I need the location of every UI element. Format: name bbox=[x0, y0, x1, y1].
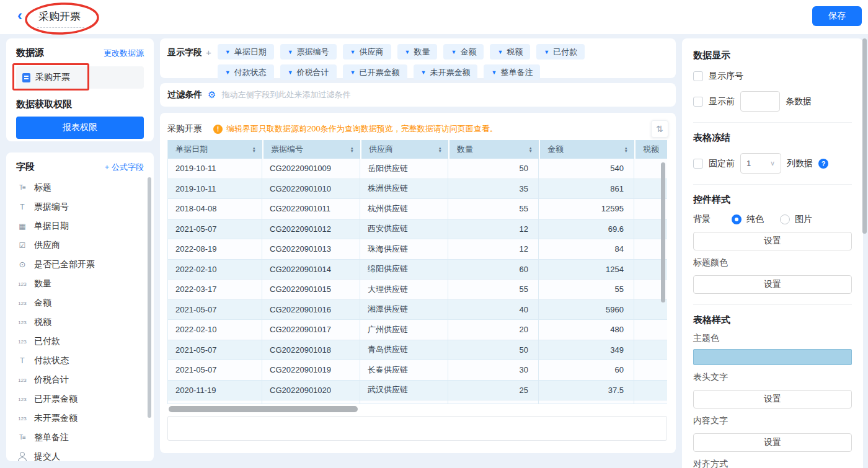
cell-quantity: 50 bbox=[448, 159, 539, 179]
report-permission-button[interactable]: 报表权限 bbox=[16, 117, 144, 139]
field-label: 票据编号 bbox=[34, 201, 69, 213]
cell-supplier: 杭州供应链 bbox=[360, 199, 448, 219]
display-field-chip[interactable]: ▼ 价税合计 bbox=[280, 64, 337, 80]
column-sort-icon[interactable] bbox=[350, 146, 354, 153]
table-horizontal-scrollbar[interactable] bbox=[169, 406, 358, 412]
chevron-down-icon: ▼ bbox=[491, 69, 497, 76]
display-field-chip[interactable]: ▼ 数量 bbox=[397, 44, 438, 60]
chevron-down-icon: ▼ bbox=[544, 49, 549, 55]
field-item[interactable]: 供应商 bbox=[16, 236, 144, 255]
field-item[interactable]: 税额 bbox=[16, 312, 144, 332]
cell-doc-date: 2021-05-07 bbox=[168, 340, 262, 361]
table-column-header[interactable]: 金额 bbox=[539, 140, 634, 159]
table-column-header[interactable]: 税额 bbox=[634, 140, 667, 159]
cell-amount: 540 bbox=[539, 159, 634, 179]
background-label: 背景 bbox=[693, 214, 732, 225]
add-formula-field-link[interactable]: + 公式字段 bbox=[105, 162, 144, 173]
cell-amount: 1254 bbox=[539, 260, 634, 280]
theme-color-label: 主题色 bbox=[693, 333, 852, 344]
display-field-chips: ▼ 单据日期 ▼ 票据编号 ▼ 供应商 ▼ 数量 bbox=[218, 44, 614, 73]
display-field-chip[interactable]: ▼ 付款状态 bbox=[218, 64, 274, 80]
cell-quantity: 40 bbox=[448, 300, 539, 320]
field-item[interactable]: 已开票金额 bbox=[16, 389, 144, 408]
column-sort-icon[interactable] bbox=[624, 146, 628, 153]
display-field-chip[interactable]: ▼ 税额 bbox=[490, 44, 530, 60]
background-set-button[interactable]: 设置 bbox=[693, 232, 852, 250]
add-display-field-icon[interactable]: + bbox=[206, 47, 211, 73]
table-column-header[interactable]: 数量 bbox=[448, 140, 539, 159]
chip-label: 整单备注 bbox=[500, 67, 533, 78]
table-vertical-scrollbar[interactable] bbox=[661, 162, 665, 302]
cell-supplier: 绵阳供应链 bbox=[360, 260, 448, 280]
field-item[interactable]: 未开票金额 bbox=[16, 408, 144, 428]
show-first-count-input[interactable] bbox=[740, 91, 780, 112]
fields-scrollbar[interactable] bbox=[148, 177, 151, 418]
show-first-unit: 条数据 bbox=[786, 96, 812, 107]
cell-quantity: 55 bbox=[448, 280, 539, 300]
field-item[interactable]: 提交人 bbox=[16, 447, 144, 461]
column-sort-icon[interactable] bbox=[252, 146, 256, 153]
field-type-icon bbox=[16, 280, 29, 288]
field-list: 标题 票据编号 单据日期 供应商 bbox=[16, 178, 144, 461]
field-item[interactable]: 是否已全部开票 bbox=[16, 255, 144, 274]
table-column-header[interactable]: 单据日期 bbox=[168, 140, 262, 159]
display-field-chip[interactable]: ▼ 已付款 bbox=[536, 44, 585, 60]
field-item[interactable]: 金额 bbox=[16, 293, 144, 312]
cell-supplier: 长春供应链 bbox=[360, 360, 448, 381]
field-item[interactable]: 已付款 bbox=[16, 332, 144, 351]
display-field-chip[interactable]: ▼ 整单备注 bbox=[484, 64, 540, 80]
settings-panel-scrollbar[interactable] bbox=[862, 38, 867, 234]
table-column-header[interactable]: 供应商 bbox=[360, 140, 448, 159]
freeze-count-select[interactable]: 1 ∨ bbox=[740, 153, 781, 174]
display-field-chip[interactable]: ▼ 单据日期 bbox=[218, 44, 274, 60]
warning-icon: ! bbox=[213, 125, 223, 134]
show-index-checkbox[interactable] bbox=[693, 71, 703, 81]
content-text-set-button[interactable]: 设置 bbox=[693, 433, 852, 452]
datasource-item[interactable]: 采购开票 bbox=[16, 66, 144, 89]
title-color-set-button[interactable]: 设置 bbox=[693, 275, 852, 294]
cell-quantity: 25 bbox=[448, 381, 539, 401]
solid-color-radio[interactable] bbox=[732, 214, 742, 224]
table-column-header[interactable]: 票据编号 bbox=[262, 140, 360, 159]
save-button[interactable]: 保存 bbox=[812, 6, 862, 26]
column-sort-icon[interactable] bbox=[529, 146, 533, 153]
preview-warning: ! 编辑界面只取数据源前200条作为查询数据预览，完整数据请访问页面查看。 bbox=[213, 123, 498, 135]
field-item[interactable]: 票据编号 bbox=[16, 197, 144, 216]
table-body: 2019-10-11 CG20220901009 岳阳供应链 50 540 20… bbox=[168, 159, 667, 400]
image-radio[interactable] bbox=[780, 214, 790, 224]
chevron-down-icon: ▼ bbox=[288, 49, 293, 55]
change-datasource-link[interactable]: 更改数据源 bbox=[104, 48, 144, 59]
display-field-chip[interactable]: ▼ 票据编号 bbox=[280, 44, 337, 60]
column-sort-icon[interactable] bbox=[438, 146, 442, 153]
cell-amount: 5960 bbox=[539, 300, 634, 320]
filter-dropzone-placeholder[interactable]: 拖动左侧字段到此处来添加过滤条件 bbox=[221, 89, 350, 100]
show-first-checkbox[interactable] bbox=[693, 97, 703, 107]
field-item[interactable]: 价税合计 bbox=[16, 370, 144, 389]
field-item[interactable]: 数量 bbox=[16, 274, 144, 293]
display-fields-panel: 显示字段 + ▼ 单据日期 ▼ 票据编号 ▼ 供应商 bbox=[160, 38, 676, 78]
page-title[interactable]: 采购开票 bbox=[37, 9, 84, 28]
field-label: 未开票金额 bbox=[34, 413, 78, 424]
field-item[interactable]: 单据日期 bbox=[16, 216, 144, 236]
sort-order-button[interactable]: ⇅ bbox=[651, 120, 668, 138]
datasource-title: 数据源 bbox=[16, 47, 44, 59]
display-field-chip[interactable]: ▼ 已开票金额 bbox=[343, 64, 407, 80]
divider bbox=[693, 122, 852, 123]
freeze-checkbox[interactable] bbox=[693, 159, 703, 169]
chip-label: 付款状态 bbox=[234, 67, 267, 78]
cell-quantity: 30 bbox=[448, 360, 539, 381]
display-field-chip[interactable]: ▼ 供应商 bbox=[343, 44, 391, 60]
field-item[interactable]: 付款状态 bbox=[16, 351, 144, 370]
theme-color-swatch[interactable] bbox=[693, 349, 852, 365]
display-field-chip[interactable]: ▼ 未开票金额 bbox=[414, 64, 478, 80]
freeze-unit-label: 列数据 bbox=[787, 158, 813, 169]
header-text-set-button[interactable]: 设置 bbox=[693, 390, 852, 408]
field-item[interactable]: 标题 bbox=[16, 178, 144, 197]
help-icon[interactable]: ? bbox=[818, 159, 828, 169]
display-field-chip[interactable]: ▼ 金额 bbox=[443, 44, 484, 60]
table-row: 2018-04-08 CG20220901011 杭州供应链 55 12595 bbox=[168, 199, 667, 219]
gear-icon[interactable]: ⚙ bbox=[208, 89, 216, 100]
field-item[interactable]: 整单备注 bbox=[16, 428, 144, 447]
back-icon[interactable]: ‹ bbox=[17, 7, 22, 24]
column-label: 税额 bbox=[643, 144, 659, 155]
